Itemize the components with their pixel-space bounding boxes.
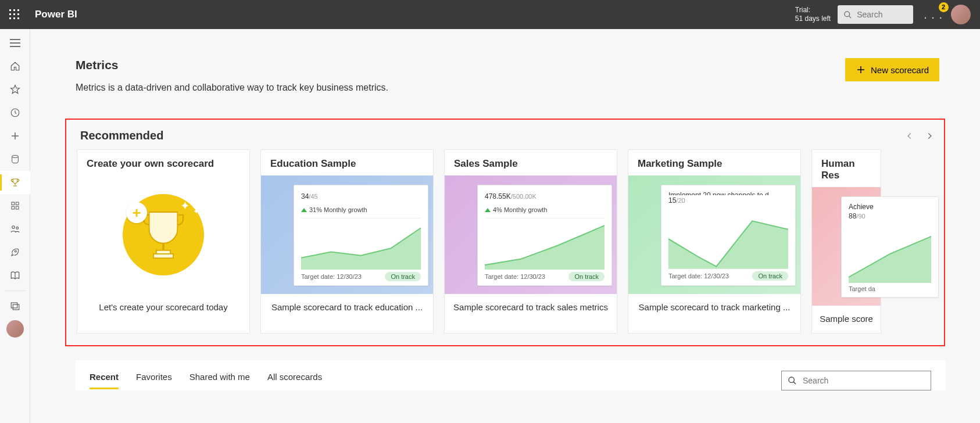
metric-value-secondary: /20 bbox=[676, 197, 685, 204]
svg-rect-20 bbox=[12, 206, 15, 209]
metric-target-date: Target date: 12/30/23 bbox=[301, 273, 362, 280]
svg-point-22 bbox=[12, 226, 15, 229]
svg-rect-1 bbox=[13, 9, 15, 11]
sparkle-icon: ✦ bbox=[193, 207, 199, 216]
metric-status: On track bbox=[752, 271, 788, 281]
new-scorecard-button[interactable]: New scorecard bbox=[845, 58, 939, 81]
chevron-right-icon bbox=[925, 132, 933, 140]
svg-rect-31 bbox=[153, 254, 173, 258]
up-triangle-icon bbox=[485, 208, 491, 212]
sparkle-icon: ✦ bbox=[180, 199, 190, 213]
card-create-scorecard[interactable]: Create your own scorecard + ✦ ✦ bbox=[77, 149, 250, 334]
svg-point-32 bbox=[789, 377, 794, 382]
plus-badge-icon: + bbox=[126, 202, 147, 223]
tab-recent[interactable]: Recent bbox=[90, 372, 119, 389]
metric-target-date: Target da bbox=[849, 285, 875, 292]
nav-deployment[interactable] bbox=[0, 241, 30, 264]
plus-icon bbox=[856, 64, 866, 75]
nav-recent[interactable] bbox=[0, 101, 30, 124]
card-title: Human Res bbox=[812, 150, 881, 187]
metric-value-primary: 88 bbox=[849, 212, 856, 220]
nav-favorites[interactable] bbox=[0, 78, 30, 101]
svg-line-10 bbox=[849, 16, 852, 18]
tab-all-scorecards[interactable]: All scorecards bbox=[267, 372, 322, 389]
metric-preview: Implement 20 new channels to d... 15/20 … bbox=[661, 185, 796, 286]
nav-datasets[interactable] bbox=[0, 148, 30, 171]
up-triangle-icon bbox=[301, 208, 307, 212]
card-title: Education Sample bbox=[261, 150, 433, 175]
page-subtitle: Metrics is a data-driven and collaborati… bbox=[76, 83, 388, 93]
svg-rect-2 bbox=[17, 9, 19, 11]
card-sales-sample[interactable]: Sales Sample Achieve a monthly revenue o… bbox=[444, 149, 617, 334]
nav-learn[interactable] bbox=[0, 264, 30, 287]
nav-metrics[interactable] bbox=[0, 171, 30, 194]
notification-badge: 2 bbox=[939, 2, 949, 12]
app-launcher-icon[interactable] bbox=[0, 0, 29, 29]
svg-point-17 bbox=[12, 155, 18, 157]
svg-rect-19 bbox=[16, 202, 19, 205]
new-scorecard-label: New scorecard bbox=[871, 65, 929, 75]
card-caption: Sample scorecard to track sales metrics bbox=[445, 294, 617, 321]
metric-target-date: Target date: 12/30/23 bbox=[485, 273, 545, 280]
scorecard-search[interactable] bbox=[781, 371, 931, 390]
card-marketing-sample[interactable]: Marketing Sample Implement 20 new channe… bbox=[628, 149, 801, 334]
card-caption: Sample scorecard to track marketing ... bbox=[628, 294, 800, 321]
svg-rect-26 bbox=[11, 303, 17, 308]
left-nav-rail bbox=[0, 29, 30, 423]
nav-menu-toggle[interactable] bbox=[0, 31, 30, 55]
global-search[interactable] bbox=[838, 5, 913, 24]
more-menu[interactable]: . . . 2 bbox=[924, 8, 943, 21]
metric-value-primary: 34 bbox=[301, 192, 309, 200]
trophy-icon: + ✦ ✦ bbox=[123, 194, 204, 275]
card-human-resources-sample[interactable]: Human Res Achieve 88/90 Target da bbox=[811, 149, 881, 334]
svg-rect-8 bbox=[17, 17, 19, 19]
metric-sparkline bbox=[849, 231, 931, 283]
scorecard-search-input[interactable] bbox=[803, 376, 925, 385]
metric-status: On track bbox=[385, 272, 421, 281]
scorecard-tabs: Recent Favorites Shared with me All scor… bbox=[90, 372, 322, 389]
scorecard-tabs-section: Recent Favorites Shared with me All scor… bbox=[76, 360, 945, 390]
svg-rect-5 bbox=[17, 13, 19, 15]
main-content: Metrics Metrics is a data-driven and col… bbox=[30, 29, 980, 423]
global-search-input[interactable] bbox=[857, 10, 903, 19]
svg-point-24 bbox=[15, 250, 16, 252]
metric-value-secondary: /90 bbox=[856, 213, 865, 220]
nav-my-workspace[interactable] bbox=[6, 320, 24, 338]
metric-value-primary: 478.55K bbox=[485, 192, 511, 200]
nav-apps[interactable] bbox=[0, 194, 30, 217]
card-caption: Sample scorecard to track education ... bbox=[261, 294, 433, 321]
svg-rect-21 bbox=[16, 206, 19, 209]
card-education-sample[interactable]: Education Sample 45 percent of K-12 scho… bbox=[260, 149, 434, 334]
card-title: Create your own scorecard bbox=[77, 150, 249, 175]
tab-favorites[interactable]: Favorites bbox=[136, 372, 172, 389]
svg-rect-4 bbox=[13, 13, 15, 15]
chevron-left-icon bbox=[906, 132, 914, 140]
metric-target-date: Target date: 12/30/23 bbox=[668, 273, 729, 279]
card-caption: Let's create your scorecard today bbox=[77, 294, 249, 321]
page-title: Metrics bbox=[76, 58, 388, 72]
metric-title: Achieve bbox=[849, 203, 931, 211]
metric-growth: 4% Monthly growth bbox=[493, 206, 548, 213]
svg-rect-18 bbox=[12, 202, 15, 205]
nav-home[interactable] bbox=[0, 55, 30, 78]
tab-shared-with-me[interactable]: Shared with me bbox=[189, 372, 250, 389]
reco-next[interactable] bbox=[925, 132, 933, 140]
nav-workspaces[interactable] bbox=[0, 295, 30, 318]
metric-title: Implement 20 new channels to d... bbox=[668, 191, 788, 195]
recommended-cards: Create your own scorecard + ✦ ✦ bbox=[77, 149, 944, 334]
app-name: Power BI bbox=[35, 9, 77, 20]
card-caption: Sample score bbox=[812, 306, 881, 333]
metric-status: On track bbox=[568, 272, 605, 281]
svg-rect-3 bbox=[9, 13, 11, 15]
metric-sparkline bbox=[485, 222, 605, 270]
card-title: Marketing Sample bbox=[628, 150, 800, 175]
user-avatar[interactable] bbox=[951, 5, 971, 24]
nav-create[interactable] bbox=[0, 124, 30, 148]
top-bar: Power BI Trial: 51 days left . . . 2 bbox=[0, 0, 980, 29]
metric-value-secondary: /500.00K bbox=[511, 193, 537, 200]
trial-line1: Trial: bbox=[795, 6, 831, 15]
nav-shared[interactable] bbox=[0, 217, 30, 241]
svg-rect-7 bbox=[13, 17, 15, 19]
reco-prev[interactable] bbox=[906, 132, 914, 140]
metric-sparkline bbox=[301, 222, 421, 270]
